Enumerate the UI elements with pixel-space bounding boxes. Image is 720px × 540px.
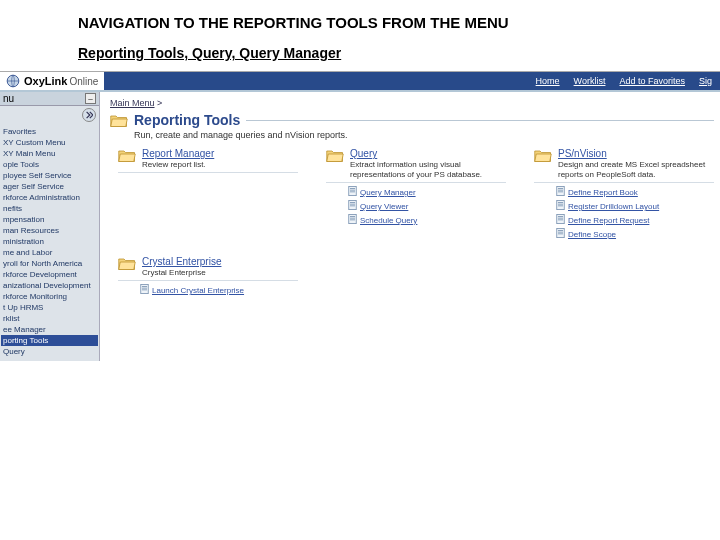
folder-icon: [118, 256, 136, 273]
sidebar-minimize-button[interactable]: –: [85, 93, 96, 104]
sidebar-item[interactable]: ee Manager: [1, 324, 98, 335]
globe-icon: [6, 74, 20, 88]
sidebar-item[interactable]: porting Tools: [1, 335, 98, 346]
folder-sublink-item: Schedule Query: [348, 214, 506, 228]
sidebar-item[interactable]: ployee Self Service: [1, 170, 98, 181]
svg-rect-17: [557, 200, 565, 209]
folder-sublink[interactable]: Register Drilldown Layout: [568, 201, 659, 213]
folder-sublink-item: Define Report Book: [556, 186, 714, 200]
svg-rect-29: [141, 284, 149, 293]
content-area: Main Menu > Reporting Tools Run, create …: [100, 92, 720, 361]
doc-title: NAVIGATION TO THE REPORTING TOOLS FROM T…: [78, 14, 720, 31]
file-icon: [556, 186, 565, 200]
nav-add-favorites[interactable]: Add to Favorites: [619, 76, 685, 86]
brand-logo: OxyLinkOnline: [0, 72, 104, 90]
breadcrumb-sep: >: [157, 98, 162, 108]
sidebar-item[interactable]: ople Tools: [1, 159, 98, 170]
breadcrumb: Main Menu >: [110, 98, 714, 108]
sidebar-item[interactable]: rklist: [1, 313, 98, 324]
folder-icon: [118, 148, 136, 165]
folder-open-icon: [110, 113, 128, 128]
sidebar-item[interactable]: rkforce Administration: [1, 192, 98, 203]
file-icon: [556, 228, 565, 242]
folder-sublink[interactable]: Launch Crystal Enterprise: [152, 285, 244, 297]
svg-rect-1: [349, 186, 357, 195]
folder-card: Crystal EnterpriseCrystal EnterpriseLaun…: [118, 256, 298, 298]
folder-sublink[interactable]: Define Scope: [568, 229, 616, 241]
folder-card: Report ManagerReview report list.: [118, 148, 298, 242]
folder-sublink[interactable]: Define Report Book: [568, 187, 638, 199]
folder-icon: [326, 148, 344, 165]
folder-sublink-item: Query Manager: [348, 186, 506, 200]
folder-link[interactable]: Report Manager: [142, 148, 298, 159]
file-icon: [556, 214, 565, 228]
folder-sublink-item: Query Viewer: [348, 200, 506, 214]
nav-home[interactable]: Home: [536, 76, 560, 86]
folder-link[interactable]: PS/nVision: [558, 148, 714, 159]
sidebar-item[interactable]: mpensation: [1, 214, 98, 225]
sidebar: nu – FavoritesXY Custom MenuXY Main Menu…: [0, 92, 100, 361]
sidebar-title: nu: [3, 93, 14, 104]
file-icon: [348, 186, 357, 200]
folder-sublink[interactable]: Query Viewer: [360, 201, 408, 213]
folder-desc: Design and create MS Excel spreadsheet r…: [558, 160, 714, 180]
nav-worklist[interactable]: Worklist: [574, 76, 606, 86]
folder-desc: Crystal Enterprise: [142, 268, 298, 278]
sidebar-item[interactable]: XY Custom Menu: [1, 137, 98, 148]
folder-desc: Review report list.: [142, 160, 298, 170]
doc-breadcrumb: Reporting Tools, Query, Query Manager: [78, 45, 720, 61]
top-nav: Home Worklist Add to Favorites Sig: [104, 72, 720, 90]
brand-suffix: Online: [69, 76, 98, 87]
sidebar-item[interactable]: Favorites: [1, 126, 98, 137]
brand-name: OxyLink: [24, 75, 67, 87]
sidebar-item[interactable]: ministration: [1, 236, 98, 247]
file-icon: [348, 214, 357, 228]
svg-rect-9: [349, 214, 357, 223]
folder-card: PS/nVisionDesign and create MS Excel spr…: [534, 148, 714, 242]
folder-sublink[interactable]: Schedule Query: [360, 215, 417, 227]
sidebar-item[interactable]: yroll for North America: [1, 258, 98, 269]
file-icon: [348, 200, 357, 214]
folder-sublink-item: Register Drilldown Layout: [556, 200, 714, 214]
sidebar-item[interactable]: man Resources: [1, 225, 98, 236]
folder-sublink[interactable]: Query Manager: [360, 187, 416, 199]
page-description: Run, create and manage queries and nVisi…: [134, 130, 714, 140]
sidebar-item[interactable]: rkforce Monitoring: [1, 291, 98, 302]
svg-rect-21: [557, 214, 565, 223]
page-title: Reporting Tools: [134, 112, 240, 128]
folder-icon: [534, 148, 552, 165]
svg-rect-13: [557, 186, 565, 195]
sidebar-item[interactable]: rkforce Development: [1, 269, 98, 280]
file-icon: [140, 284, 149, 298]
folder-sublink-item: Define Report Request: [556, 214, 714, 228]
chevron-right-icon: [85, 111, 93, 119]
sidebar-collapse-button[interactable]: [82, 108, 96, 122]
breadcrumb-root[interactable]: Main Menu: [110, 98, 155, 108]
file-icon: [556, 200, 565, 214]
sidebar-item[interactable]: XY Main Menu: [1, 148, 98, 159]
sidebar-item[interactable]: ager Self Service: [1, 181, 98, 192]
nav-signout[interactable]: Sig: [699, 76, 712, 86]
folder-sublink-item: Launch Crystal Enterprise: [140, 284, 298, 298]
folder-desc: Extract information using visual represe…: [350, 160, 506, 180]
folder-card: QueryExtract information using visual re…: [326, 148, 506, 242]
folder-sublink-item: Define Scope: [556, 228, 714, 242]
folder-link[interactable]: Query: [350, 148, 506, 159]
folder-link[interactable]: Crystal Enterprise: [142, 256, 298, 267]
sidebar-item[interactable]: Query: [1, 346, 98, 357]
sidebar-item[interactable]: t Up HRMS: [1, 302, 98, 313]
sidebar-item[interactable]: nefits: [1, 203, 98, 214]
sidebar-item[interactable]: anizational Development: [1, 280, 98, 291]
svg-rect-5: [349, 200, 357, 209]
sidebar-item[interactable]: me and Labor: [1, 247, 98, 258]
folder-sublink[interactable]: Define Report Request: [568, 215, 649, 227]
svg-rect-25: [557, 228, 565, 237]
